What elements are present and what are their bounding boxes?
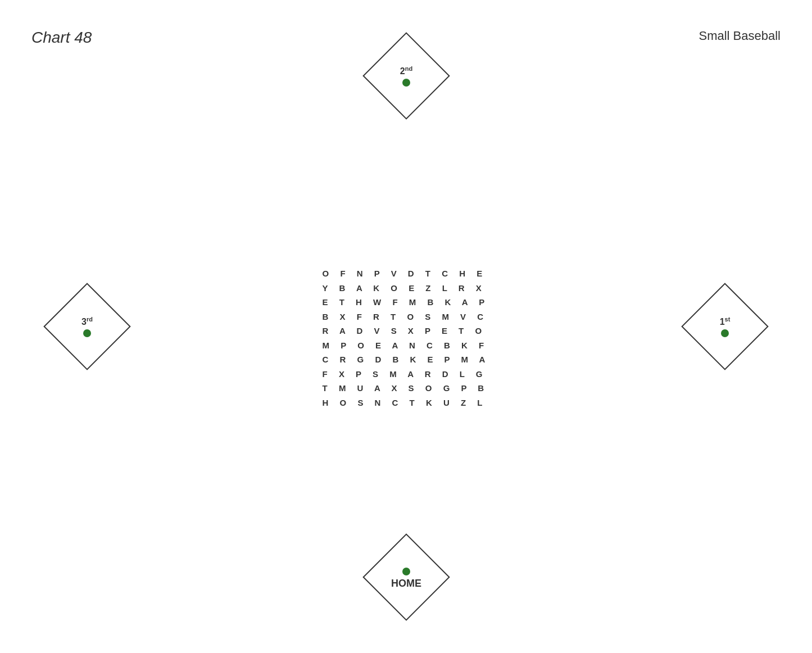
chart-subtitle: Small Baseball — [698, 29, 781, 43]
second-base: 2nd — [362, 32, 450, 120]
word-grid-row: E T H W F M B K A P — [323, 295, 490, 310]
first-base: 1st — [681, 283, 769, 370]
word-grid-row: T M U A X S O G P B — [323, 381, 490, 396]
first-base-dot — [721, 329, 729, 337]
word-grid-row: H O S N C T K U Z L — [323, 395, 490, 410]
first-base-sup: st — [725, 316, 731, 323]
third-base: 3rd — [43, 283, 131, 370]
word-grid-row: B X F R T O S M V C — [323, 309, 490, 324]
word-grid: O F N P V D T C H EY B A K O E Z L R XE … — [323, 266, 490, 410]
home-label: HOME — [391, 578, 421, 589]
word-grid-row: O F N P V D T C H E — [323, 266, 490, 281]
word-grid-row: M P O E A N C B K F — [323, 338, 490, 352]
second-base-label: 2nd — [400, 65, 412, 76]
second-base-sup: nd — [405, 65, 412, 72]
home-plate: HOME — [362, 533, 450, 621]
word-grid-row: F X P S M A R D L G — [323, 366, 490, 381]
chart-title: Chart 48 — [31, 29, 92, 47]
third-base-sup: rd — [87, 316, 93, 323]
word-grid-row: C R G D B K E P M A — [323, 352, 490, 367]
word-grid-row: R A D V S X P E T O — [323, 324, 490, 338]
third-base-dot — [83, 329, 91, 337]
second-base-dot — [402, 79, 410, 87]
third-base-label: 3rd — [81, 316, 93, 327]
word-grid-row: Y B A K O E Z L R X — [323, 280, 490, 295]
home-dot — [402, 568, 410, 575]
first-base-label: 1st — [720, 316, 731, 327]
